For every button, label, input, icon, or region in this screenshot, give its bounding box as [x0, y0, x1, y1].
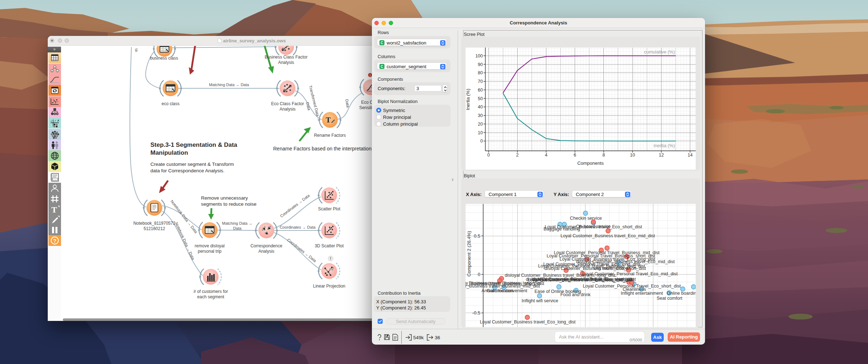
svg-text:Inertia (%): Inertia (%): [465, 89, 471, 110]
svg-text:14: 14: [687, 153, 692, 158]
svg-text:Inflight entertainment: Inflight entertainment: [621, 291, 663, 296]
svg-text:Online boarding: Online boarding: [667, 291, 699, 296]
svg-text:✓: ✓: [54, 119, 57, 122]
svg-text:10: 10: [478, 130, 483, 135]
svg-text:Component 2 (26.4%): Component 2 (26.4%): [466, 231, 472, 276]
svg-text:Loyal Customer_Personal Travel: Loyal Customer_Personal Travel_Eco_mid_d…: [582, 271, 678, 276]
svg-text:Matching Data → Data: Matching Data → Data: [209, 83, 249, 87]
svg-text:100: 100: [475, 53, 483, 59]
svg-text:60: 60: [478, 88, 483, 93]
svg-text:-0.5: -0.5: [472, 310, 480, 316]
svg-text:2: 2: [516, 153, 519, 158]
svg-text:90: 90: [478, 62, 483, 67]
svg-text:!: !: [330, 257, 331, 261]
svg-text:Gate location: Gate location: [487, 288, 513, 293]
svg-text:!: !: [370, 74, 371, 77]
svg-text:inertia (%): inertia (%): [654, 143, 675, 148]
svg-text:30: 30: [478, 113, 483, 118]
svg-text:4: 4: [545, 153, 547, 158]
svg-text:20: 20: [478, 122, 483, 127]
svg-text:Leg room service: Leg room service: [593, 266, 628, 271]
svg-text:0.5: 0.5: [474, 233, 480, 239]
svg-text:80: 80: [478, 70, 483, 75]
svg-text:Coordinates → Data: Coordinates → Data: [279, 193, 311, 218]
svg-text:ta: ta: [134, 48, 139, 52]
svg-text:Food and drink: Food and drink: [560, 292, 591, 297]
svg-text:50: 50: [478, 96, 483, 101]
svg-text:✓: ✓: [50, 120, 53, 123]
svg-text:Data: Data: [233, 226, 242, 230]
svg-text:6: 6: [574, 153, 576, 158]
svg-text:Baggage handling: Baggage handling: [543, 227, 580, 232]
svg-text:disloyal Customer_Business tra: disloyal Customer_Business travel_Busine…: [461, 284, 540, 289]
svg-text:Coordinates → Data: Coordinates → Data: [280, 225, 316, 229]
svg-text:Matching Data →: Matching Data →: [222, 221, 253, 225]
svg-text:Inflight wifi service: Inflight wifi service: [522, 298, 558, 303]
svg-text:Components: Components: [577, 160, 604, 166]
svg-text:disloyal Customer_Personal Tra: disloyal Customer_Personal Travel_Eco_sh…: [532, 277, 634, 282]
svg-text:12: 12: [659, 153, 664, 158]
svg-text:70: 70: [478, 79, 483, 84]
svg-text:0: 0: [487, 153, 490, 158]
svg-text:T: T: [51, 205, 57, 214]
svg-text:0: 0: [478, 272, 480, 277]
svg-text:10: 10: [630, 153, 635, 158]
svg-text:8: 8: [602, 153, 605, 158]
svg-text:?: ?: [53, 238, 56, 244]
svg-text:Seat comfort: Seat comfort: [657, 296, 682, 301]
svg-text:Loyal Customer_Business travel: Loyal Customer_Business travel_Eco_long_…: [480, 319, 576, 325]
svg-text:Checkin service: Checkin service: [570, 216, 602, 221]
svg-text:Loyal Customer_Business travel: Loyal Customer_Business travel_Eco_mid_d…: [560, 233, 655, 238]
svg-text:T: T: [326, 116, 331, 124]
svg-text:40: 40: [478, 104, 483, 109]
svg-text:0: 0: [480, 139, 483, 144]
svg-text:cumulative (%): cumulative (%): [644, 49, 675, 55]
svg-text:✗: ✗: [57, 119, 60, 122]
